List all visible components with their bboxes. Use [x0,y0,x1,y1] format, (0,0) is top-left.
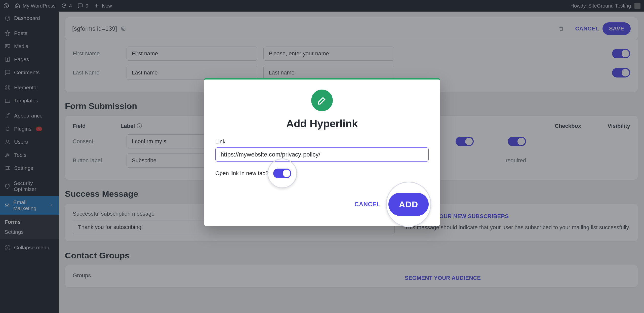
modal-add-button[interactable]: ADD [388,193,429,216]
add-hyperlink-modal: Add Hyperlink Link Open link in new tab?… [204,78,440,226]
link-input[interactable] [215,147,429,162]
newtab-toggle[interactable] [273,169,291,178]
modal-overlay: Add Hyperlink Link Open link in new tab?… [0,0,644,313]
modal-cancel-button[interactable]: CANCEL [354,201,380,208]
link-label: Link [215,138,429,145]
newtab-label: Open link in new tab? [215,170,269,177]
pencil-icon [311,90,333,111]
modal-title: Add Hyperlink [215,118,429,130]
